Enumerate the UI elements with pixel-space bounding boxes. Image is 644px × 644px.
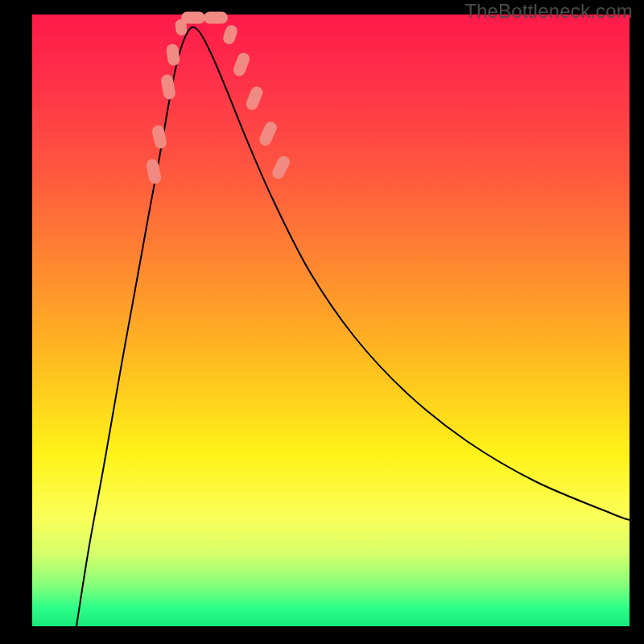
watermark-text: TheBottleneck.com bbox=[464, 0, 633, 23]
marker-dot bbox=[258, 120, 279, 147]
bottleneck-curve bbox=[76, 27, 630, 626]
marker-dot bbox=[145, 158, 162, 184]
plot-area bbox=[32, 14, 630, 626]
marker-dot bbox=[270, 154, 292, 181]
marker-dot bbox=[204, 12, 228, 24]
marker-dot bbox=[181, 12, 205, 24]
marker-dot bbox=[166, 43, 181, 67]
curve-layer bbox=[32, 14, 630, 626]
marker-dot bbox=[232, 51, 251, 77]
chart-frame: TheBottleneck.com bbox=[0, 0, 644, 644]
curve-markers bbox=[145, 12, 291, 185]
marker-dot bbox=[244, 85, 264, 111]
marker-dot bbox=[221, 23, 239, 45]
